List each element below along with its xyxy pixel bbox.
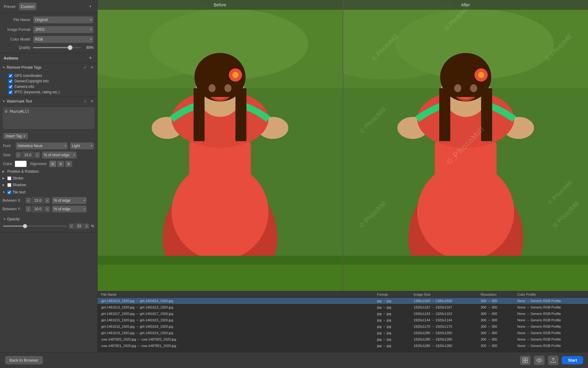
owner-label: Owner/Copyright info xyxy=(14,79,49,83)
opacity-header[interactable]: ▼ Opacity: xyxy=(3,216,94,222)
between-x-increment-button[interactable]: › xyxy=(45,197,50,204)
filename-select[interactable]: Original xyxy=(33,16,94,23)
between-y-label: Between Y: xyxy=(2,207,24,211)
file-row-size: 1920x1144 → 1920x1144 xyxy=(414,318,481,322)
remove-private-tags-header[interactable]: ▼ Remove Private Tags ✓ ✕ xyxy=(0,63,97,72)
quality-slider[interactable] xyxy=(33,47,81,48)
imageformat-select[interactable]: JPEG xyxy=(33,26,94,33)
file-row-size: 1920x1280 → 1920x1280 xyxy=(414,344,481,348)
stroke-checkbox[interactable] xyxy=(7,176,11,180)
file-row[interactable]: girl-1461614_1920.jpg → girl-1461614_192… xyxy=(98,298,588,304)
between-y-unit-select[interactable]: % of edge xyxy=(52,205,87,213)
between-x-decrement-button[interactable]: ‹ xyxy=(26,197,31,204)
opacity-value-input[interactable] xyxy=(74,223,84,229)
header-colorprofile: Color Profile xyxy=(517,293,584,296)
tile-text-content: Between X: ‹ › % of edge xyxy=(0,196,97,214)
remove-private-tags-check-btn[interactable]: ✓ xyxy=(83,65,88,70)
file-row[interactable]: girl-1461613_1920.jpg → girl-1461613_192… xyxy=(98,304,588,311)
grid-view-button[interactable] xyxy=(520,355,531,365)
images-area: Before xyxy=(98,0,588,291)
opacity-arrow: ▼ xyxy=(3,218,6,221)
font-style-select[interactable]: Light xyxy=(70,142,94,150)
back-to-browser-button[interactable]: Back to Browser xyxy=(5,356,43,365)
insert-tag-button[interactable]: Insert Tag ▼ xyxy=(3,133,28,139)
remove-private-tags-close-btn[interactable]: ✕ xyxy=(89,65,95,70)
font-family-select[interactable]: Helvetica Neue xyxy=(16,142,68,150)
opacity-increment-button[interactable]: › xyxy=(84,223,89,229)
header-resolution: Resolution xyxy=(481,293,517,296)
watermark-text-close-btn[interactable]: ✕ xyxy=(89,99,95,104)
export-button[interactable] xyxy=(548,355,559,365)
shadow-checkbox[interactable] xyxy=(7,183,11,187)
preset-select[interactable]: Custom xyxy=(19,2,37,10)
file-row[interactable]: girl-1461619_1920.jpg → girl-1461619_192… xyxy=(98,330,588,336)
colormodel-select[interactable]: RGB xyxy=(33,36,94,43)
size-unit-select[interactable]: % of short edge xyxy=(42,151,77,159)
header-format: Format xyxy=(377,293,414,296)
align-right-button[interactable]: ≡ xyxy=(65,161,72,167)
file-row[interactable]: girl-1461615_1920.jpg → girl-1461615_192… xyxy=(98,317,588,323)
svg-point-22 xyxy=(232,72,238,78)
size-increment-button[interactable]: › xyxy=(34,152,40,158)
owner-checkbox[interactable] xyxy=(9,79,12,83)
align-center-button[interactable]: ≡ xyxy=(57,161,64,167)
opacity-percent: % xyxy=(91,224,94,228)
svg-rect-18 xyxy=(235,88,246,141)
watermark-text-header[interactable]: ▼ Watermark Text ✓ ✕ xyxy=(0,97,97,106)
file-row-name: girl-1461615_1920.jpg → girl-1461615_192… xyxy=(101,318,377,322)
add-action-button[interactable]: + xyxy=(87,55,94,61)
insert-tag-row: Insert Tag ▼ xyxy=(0,132,97,141)
svg-point-47 xyxy=(478,72,484,78)
iptc-checkbox[interactable] xyxy=(9,90,12,94)
file-row[interactable]: cow-1487820_1920.jpg → cow-1487820_1920.… xyxy=(98,336,588,343)
file-row-profile: None → Generic RGB Profile xyxy=(517,344,584,348)
file-row-size: 1920x1280 → 1920x1280 xyxy=(414,337,481,341)
size-decrement-button[interactable]: ‹ xyxy=(16,152,21,158)
tile-text-header[interactable]: ▼ Tile text: xyxy=(0,189,97,196)
file-row-size: 1920x1170 → 1920x1170 xyxy=(414,325,481,328)
file-row-resolution: 300 → 300 xyxy=(481,344,517,348)
filename-row: File Name: Original xyxy=(4,15,94,25)
export-icon xyxy=(551,358,556,363)
bottom-right: Start xyxy=(520,355,583,365)
file-row[interactable]: girl-1461617_1920.jpg → girl-1461617_192… xyxy=(98,311,588,317)
svg-rect-52 xyxy=(523,361,525,363)
between-x-unit-select[interactable]: % of edge xyxy=(52,197,87,204)
file-row-name: girl-1461613_1920.jpg → girl-1461613_192… xyxy=(101,305,377,309)
opacity-slider[interactable] xyxy=(3,225,67,227)
bottom-bar: Back to Browser Start xyxy=(0,352,588,368)
eye-icon xyxy=(536,358,542,363)
watermark-content: © PhotoMill xyxy=(0,106,97,132)
between-y-increment-button[interactable]: › xyxy=(45,206,50,212)
file-row[interactable]: cow-1487821_1920.jpg → cow-1487821_1920.… xyxy=(98,343,588,349)
file-row-name: cow-1487821_1920.jpg → cow-1487821_1920.… xyxy=(101,344,377,348)
before-image-container: Before xyxy=(98,0,343,291)
file-row[interactable]: girl-1461616_1920.jpg → girl-1461616_192… xyxy=(98,323,588,330)
opacity-decrement-button[interactable]: ‹ xyxy=(69,223,74,229)
file-row-resolution: 300 → 300 xyxy=(481,305,517,309)
start-button[interactable]: Start xyxy=(562,356,583,364)
settings-section: File Name: Original Image Format: JPEG C… xyxy=(0,13,97,53)
colormodel-row: Color Model: RGB xyxy=(4,34,94,44)
gps-checkbox[interactable] xyxy=(9,74,12,78)
file-rows-container: girl-1461614_1920.jpg → girl-1461614_192… xyxy=(98,298,588,349)
camera-checkbox[interactable] xyxy=(9,85,12,89)
size-label: Size: xyxy=(3,153,14,157)
opacity-title: Opacity: xyxy=(7,217,20,221)
remove-private-tags-section: ▼ Remove Private Tags ✓ ✕ GPS coordinate… xyxy=(0,63,97,97)
between-y-decrement-button[interactable]: ‹ xyxy=(26,206,31,212)
watermark-text-check-btn[interactable]: ✓ xyxy=(83,99,88,104)
eye-view-button[interactable] xyxy=(534,355,545,365)
shadow-arrow: ▶ xyxy=(2,183,6,186)
tile-text-checkbox[interactable] xyxy=(7,190,11,194)
size-value-input[interactable] xyxy=(22,152,34,158)
between-y-row: Between Y: ‹ › % of edge xyxy=(2,205,95,213)
between-y-value-input[interactable] xyxy=(32,206,44,212)
align-left-button[interactable]: ≡ xyxy=(49,161,56,167)
svg-rect-17 xyxy=(194,88,205,141)
main-layout: Preset: Custom File Name: Original Image… xyxy=(0,0,588,352)
position-rotation-row[interactable]: ▶ Position & Rotation: xyxy=(0,168,97,175)
color-swatch[interactable] xyxy=(15,161,27,167)
between-x-value-input[interactable] xyxy=(32,197,44,204)
watermark-textarea[interactable]: © PhotoMill xyxy=(3,107,94,129)
